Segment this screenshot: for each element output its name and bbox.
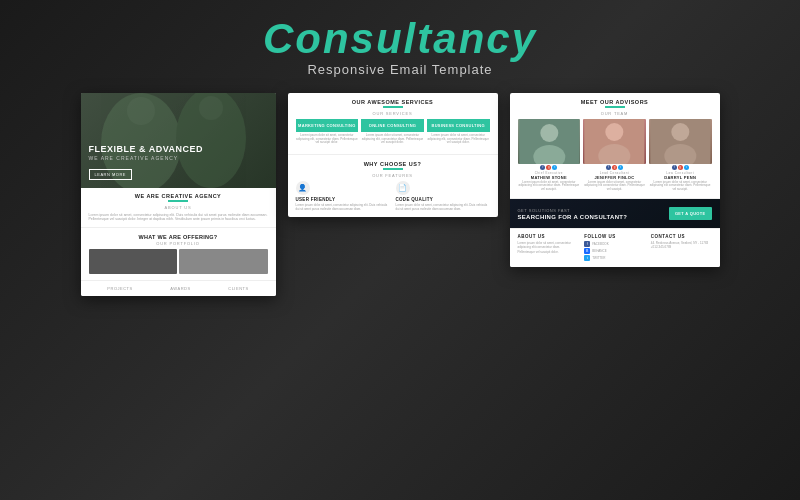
cta-label: GET SOLUTIONS FAST xyxy=(518,208,628,213)
svg-point-5 xyxy=(540,124,558,142)
service-card-business: BUSINESS CONSULTING Lorem ipsum dolor si… xyxy=(427,119,490,146)
service-card-business-text: Lorem ipsum dolor sit amet, consectetur … xyxy=(427,134,490,146)
member-text-jeniffer: Lorem ipsum dolor sit amet, consectetur … xyxy=(583,181,646,193)
feature-code-quality: 📄 CODE QUALITY Lorem ipsum dolor sit ame… xyxy=(396,181,490,211)
header: Consultancy Responsive Email Template xyxy=(0,0,800,85)
follow-behance: B BEHANCE xyxy=(584,248,645,254)
hero-sub: WE ARE CREATIVE AGENCY xyxy=(89,155,268,161)
service-card-business-header: BUSINESS CONSULTING xyxy=(427,119,490,132)
follow-facebook-label: FACEBOOK xyxy=(592,242,609,246)
footer-about: ABOUT US Lorem ipsum dolor sit amet, con… xyxy=(518,234,579,262)
preview-right: MEET OUR ADVISORS OUR TEAM f g xyxy=(510,93,720,267)
hero-section: FLEXIBLE & ADVANCED WE ARE CREATIVE AGEN… xyxy=(81,93,276,188)
member-name-jeniffer: JENIFFER FINLOC xyxy=(583,175,646,180)
services-title: OUR AWESOME SERVICES xyxy=(296,99,490,105)
follow-twitter-label: TWITTER xyxy=(592,256,605,260)
services-section: OUR AWESOME SERVICES OUR SERVICES MARKET… xyxy=(288,93,498,155)
cta-section: GET SOLUTIONS FAST SEARCHING FOR A CONSU… xyxy=(510,199,720,228)
tw-icon-darryl: t xyxy=(684,165,689,170)
service-card-marketing-header: MARKETING CONSULTING xyxy=(296,119,359,132)
portfolio-img-2 xyxy=(179,249,268,274)
footer-about-title: ABOUT US xyxy=(518,234,579,239)
member-name-mathew: MATHEW STONE xyxy=(518,175,581,180)
service-card-online: ONLINE CONSULTING Lorem ipsum dolor sit … xyxy=(361,119,424,146)
feature-code-quality-text: Lorem ipsum dolor sit amet, consectetur … xyxy=(396,203,490,211)
preview-left: FLEXIBLE & ADVANCED WE ARE CREATIVE AGEN… xyxy=(81,93,276,296)
offering-section: WHAT WE ARE OFFERING? OUR PORTFOLIO xyxy=(81,228,276,281)
member-svg-mathew xyxy=(518,119,581,164)
service-card-online-header: ONLINE CONSULTING xyxy=(361,119,424,132)
follow-behance-label: BEHANCE xyxy=(592,249,607,253)
gp-icon-darryl: g xyxy=(678,165,683,170)
member-social-jeniffer: f g t xyxy=(583,165,646,170)
behance-icon: B xyxy=(584,248,590,254)
advisors-underline xyxy=(605,106,625,108)
about-text: Lorem ipsum dolor sit amet, consectetur … xyxy=(89,213,268,223)
code-quality-icon: 📄 xyxy=(396,181,410,195)
svg-point-8 xyxy=(606,123,624,141)
team-member-jeniffer: f g t Lead Consultant JENIFFER FINLOC Lo… xyxy=(583,119,646,193)
feature-user-friendly: 👤 USER FRIENDLY Lorem ipsum dolor sit am… xyxy=(296,181,390,211)
gp-icon-mathew: g xyxy=(546,165,551,170)
features-row: 👤 USER FRIENDLY Lorem ipsum dolor sit am… xyxy=(296,181,490,211)
stat-projects: PROJECTS xyxy=(107,286,132,291)
fb-icon-mathew: f xyxy=(540,165,545,170)
member-social-darryl: f g t xyxy=(649,165,712,170)
portfolio-images xyxy=(89,249,268,274)
facebook-icon: f xyxy=(584,241,590,247)
about-underline xyxy=(168,200,188,202)
member-social-mathew: f g t xyxy=(518,165,581,170)
tw-icon-mathew: t xyxy=(552,165,557,170)
team-grid: f g t Chief Executive MATHEW STONE Lorem… xyxy=(518,119,712,193)
advisors-label: OUR TEAM xyxy=(518,111,712,116)
member-photo-mathew xyxy=(518,119,581,164)
header-subtitle: Responsive Email Template xyxy=(0,62,800,77)
team-member-darryl: f g t Law Consultant DARRYL PENN Lorem i… xyxy=(649,119,712,193)
footer-section: ABOUT US Lorem ipsum dolor sit amet, con… xyxy=(510,228,720,267)
cta-text-block: GET SOLUTIONS FAST SEARCHING FOR A CONSU… xyxy=(518,208,628,220)
portfolio-img-1 xyxy=(89,249,178,274)
member-svg-jeniffer xyxy=(583,119,646,164)
stat-awards-label: AWARDS xyxy=(170,286,190,291)
member-photo-jeniffer xyxy=(583,119,646,164)
hero-tagline: FLEXIBLE & ADVANCED xyxy=(89,144,268,154)
member-text-mathew: Lorem ipsum dolor sit amet, consectetur … xyxy=(518,181,581,193)
feature-code-quality-title: CODE QUALITY xyxy=(396,197,490,202)
previews-container: FLEXIBLE & ADVANCED WE ARE CREATIVE AGEN… xyxy=(0,93,800,296)
member-text-darryl: Lorem ipsum dolor sit amet, consectetur … xyxy=(649,181,712,193)
offering-title: WHAT WE ARE OFFERING? xyxy=(89,234,268,240)
stat-clients: CLIENTS xyxy=(228,286,248,291)
member-photo-darryl xyxy=(649,119,712,164)
service-card-online-text: Lorem ipsum dolor sit amet, consectetur … xyxy=(361,134,424,146)
stats-row: PROJECTS AWARDS CLIENTS xyxy=(81,281,276,296)
service-card-marketing-text: Lorem ipsum dolor sit amet, consectetur … xyxy=(296,134,359,146)
footer-follow-title: FOLLOW US xyxy=(584,234,645,239)
advisors-section: MEET OUR ADVISORS OUR TEAM f g xyxy=(510,93,720,199)
member-name-darryl: DARRYL PENN xyxy=(649,175,712,180)
footer-contact: CONTACT US 44. Redcross Avenue, Seaford,… xyxy=(651,234,712,262)
tw-icon-jeniffer: t xyxy=(618,165,623,170)
services-label: OUR SERVICES xyxy=(296,111,490,116)
hero-learn-more-button[interactable]: LEARN MORE xyxy=(89,169,132,180)
follow-facebook: f FACEBOOK xyxy=(584,241,645,247)
gp-icon-jeniffer: g xyxy=(612,165,617,170)
fb-icon-jeniffer: f xyxy=(606,165,611,170)
team-member-mathew: f g t Chief Executive MATHEW STONE Lorem… xyxy=(518,119,581,193)
svg-point-11 xyxy=(671,123,689,141)
why-section: WHY CHOOSE US? OUR FEATURES 👤 USER FRIEN… xyxy=(288,155,498,217)
twitter-icon: t xyxy=(584,255,590,261)
about-section: WE ARE CREATIVE AGENCY ABOUT US Lorem ip… xyxy=(81,188,276,228)
hero-text: FLEXIBLE & ADVANCED WE ARE CREATIVE AGEN… xyxy=(89,144,268,180)
about-title: WE ARE CREATIVE AGENCY xyxy=(89,193,268,199)
svg-point-3 xyxy=(199,96,223,120)
advisors-title: MEET OUR ADVISORS xyxy=(518,99,712,105)
footer-about-text: Lorem ipsum dolor sit amet, consectetur … xyxy=(518,241,579,254)
cta-heading: SEARCHING FOR A CONSULTANT? xyxy=(518,214,628,220)
user-friendly-icon: 👤 xyxy=(296,181,310,195)
follow-twitter: t TWITTER xyxy=(584,255,645,261)
stat-projects-label: PROJECTS xyxy=(107,286,132,291)
why-title: WHY CHOOSE US? xyxy=(296,161,490,167)
cta-get-quote-button[interactable]: GET A QUOTE xyxy=(669,207,712,220)
preview-middle: OUR AWESOME SERVICES OUR SERVICES MARKET… xyxy=(288,93,498,217)
feature-user-friendly-title: USER FRIENDLY xyxy=(296,197,390,202)
